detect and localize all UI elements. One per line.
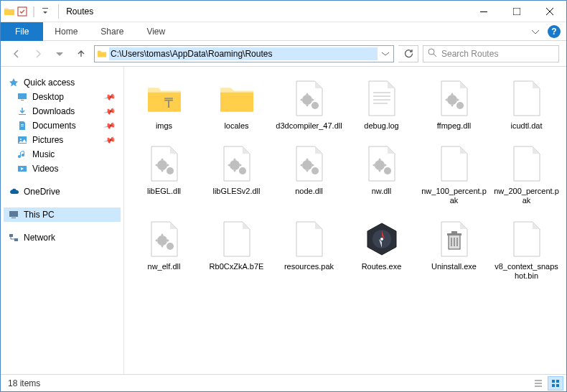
title-separator [58, 4, 59, 19]
file-item[interactable]: nw_elf.dll [128, 215, 200, 285]
file-item[interactable]: nw.dll [346, 139, 417, 210]
sidebar-item-music[interactable]: Music [4, 147, 121, 162]
file-item[interactable]: ffmpeg.dll [418, 74, 489, 135]
svg-point-32 [157, 235, 167, 246]
file-item[interactable]: v8_context_snapshot.bin [491, 215, 562, 285]
qat-separator: | [32, 5, 35, 18]
pin-icon: 📌 [103, 105, 117, 118]
sidebar-item-network[interactable]: Network [4, 230, 121, 245]
tab-file[interactable]: File [1, 22, 43, 41]
svg-rect-12 [11, 218, 16, 218]
sidebar-item-this-pc[interactable]: This PC [4, 207, 121, 222]
dll-icon [217, 144, 257, 184]
sidebar-item-documents[interactable]: Documents 📌 [4, 118, 121, 133]
forward-button[interactable] [29, 45, 47, 62]
svg-point-30 [375, 160, 385, 170]
search-placeholder: Search Routes [441, 49, 498, 59]
svg-point-4 [428, 49, 434, 55]
sidebar-item-videos[interactable]: Videos [4, 162, 121, 176]
file-item[interactable]: libGLESv2.dll [201, 139, 272, 210]
svg-rect-40 [447, 233, 461, 235]
folder-icon [4, 6, 15, 17]
file-item[interactable]: libEGL.dll [128, 139, 200, 210]
ribbon-expand-icon[interactable] [532, 25, 539, 38]
svg-rect-6 [21, 100, 24, 101]
star-icon [8, 77, 19, 88]
file-label: Rb0CxZkA.b7E [210, 262, 264, 271]
svg-point-17 [311, 102, 319, 109]
svg-point-33 [167, 243, 174, 250]
svg-point-27 [239, 167, 246, 174]
file-label: nw_elf.dll [148, 262, 181, 271]
file-label: ffmpeg.dll [437, 121, 472, 131]
file-label: d3dcompiler_47.dll [276, 121, 342, 131]
qat-properties-icon[interactable] [17, 6, 28, 17]
file-label: nw.dll [372, 187, 392, 196]
text-icon [362, 78, 402, 118]
file-label: nw_200_percent.pak [493, 187, 561, 205]
dll-icon [434, 78, 474, 118]
file-label: Uninstall.exe [431, 262, 477, 271]
close-button[interactable] [533, 1, 566, 22]
window-title: Routes [66, 6, 93, 17]
file-icon [507, 144, 547, 184]
sidebar-item-desktop[interactable]: Desktop 📌 [4, 90, 121, 104]
title-bar: | Routes [1, 1, 566, 22]
file-icon [434, 144, 474, 184]
address-input[interactable] [109, 47, 378, 60]
back-button[interactable] [8, 45, 25, 62]
file-item[interactable]: debug.log [346, 74, 417, 135]
file-item[interactable]: Rb0CxZkA.b7E [201, 215, 272, 285]
maximize-button[interactable] [500, 1, 533, 22]
details-view-button[interactable] [530, 376, 546, 391]
svg-point-31 [384, 167, 391, 174]
qat-dropdown-icon[interactable] [39, 6, 51, 17]
desktop-icon [17, 91, 28, 103]
file-item[interactable]: resources.pak [273, 215, 345, 285]
trash-icon [434, 219, 474, 259]
sidebar-item-quick-access[interactable]: Quick access [4, 75, 121, 90]
svg-text:₸: ₸ [164, 95, 173, 111]
svg-point-9 [20, 139, 22, 140]
file-item[interactable]: icudtl.dat [491, 74, 562, 135]
up-button[interactable] [72, 45, 90, 62]
svg-point-24 [157, 160, 167, 170]
tab-share[interactable]: Share [89, 22, 135, 41]
file-item[interactable]: Routes.exe [346, 215, 417, 285]
file-label: node.dll [295, 187, 323, 196]
file-item[interactable]: node.dll [273, 139, 345, 210]
dll-icon [362, 144, 402, 184]
icons-view-button[interactable] [548, 376, 563, 391]
file-item[interactable]: d3dcompiler_47.dll [273, 74, 345, 135]
file-label: v8_context_snapshot.bin [493, 262, 561, 281]
main-content: Quick access Desktop 📌 Downloads 📌 Docum… [1, 67, 566, 374]
address-dropdown-icon[interactable] [378, 50, 393, 57]
refresh-button[interactable] [398, 45, 418, 62]
svg-rect-48 [556, 384, 559, 387]
file-item[interactable]: ₸imgs [128, 74, 200, 135]
file-label: nw_100_percent.pak [421, 187, 488, 205]
file-label: resources.pak [284, 262, 334, 271]
file-item[interactable]: nw_100_percent.pak [418, 139, 489, 210]
tab-home[interactable]: Home [43, 22, 89, 41]
navigation-pane: Quick access Desktop 📌 Downloads 📌 Docum… [1, 67, 124, 374]
folder-icon [217, 78, 257, 118]
svg-point-22 [447, 95, 457, 105]
svg-rect-3 [513, 8, 520, 15]
file-list[interactable]: ₸imgslocalesd3dcompiler_47.dlldebug.logf… [124, 67, 566, 374]
help-icon[interactable]: ? [548, 25, 561, 38]
recent-dropdown-icon[interactable] [51, 45, 68, 62]
file-label: libEGL.dll [147, 187, 181, 196]
file-item[interactable]: Uninstall.exe [418, 215, 489, 285]
minimize-button[interactable] [467, 1, 500, 22]
file-item[interactable]: nw_200_percent.pak [491, 139, 562, 210]
file-item[interactable]: locales [201, 74, 272, 135]
search-box[interactable]: Search Routes [423, 45, 559, 62]
svg-rect-47 [552, 384, 555, 387]
address-bar[interactable] [94, 45, 394, 62]
sidebar-item-pictures[interactable]: Pictures 📌 [4, 133, 121, 147]
tab-view[interactable]: View [135, 22, 177, 41]
videos-icon [17, 163, 28, 174]
sidebar-item-downloads[interactable]: Downloads 📌 [4, 104, 121, 118]
sidebar-item-onedrive[interactable]: OneDrive [4, 185, 121, 199]
